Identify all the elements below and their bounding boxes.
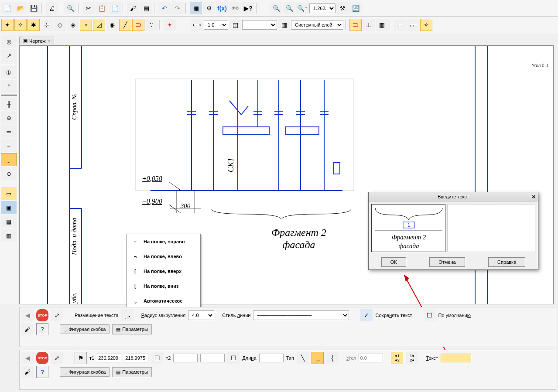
brush-button[interactable]: 🖌 xyxy=(127,2,139,14)
radius-select[interactable]: 4.0 xyxy=(188,310,214,320)
zoom-level-select[interactable]: 1.2623 xyxy=(309,3,335,13)
linetype-button-a[interactable]: ▤ xyxy=(229,19,241,31)
help-button[interactable]: Справка xyxy=(488,257,525,267)
snap-4-button[interactable]: ⊹ xyxy=(41,19,53,31)
properties-button[interactable]: ▤ xyxy=(140,2,152,14)
dim-button[interactable]: ⟷ xyxy=(191,19,203,31)
confirm-button-1[interactable]: ◀ xyxy=(21,309,34,321)
new-file-button[interactable]: 📄 xyxy=(1,2,14,14)
snap-11-button[interactable]: ∵ xyxy=(145,19,157,31)
linetype-select[interactable] xyxy=(242,20,277,30)
tool-lines[interactable]: ≡ xyxy=(1,139,17,152)
zoom-window-button[interactable]: 🔍 xyxy=(270,2,282,14)
grid-button[interactable]: ▦ xyxy=(376,19,388,31)
tool-layer2[interactable]: ▤ xyxy=(1,215,17,228)
undo-button[interactable]: ↶ xyxy=(158,2,171,14)
save-text-toggle[interactable]: ✓ xyxy=(360,309,373,321)
t1-y-input[interactable] xyxy=(124,354,148,362)
help-button-2[interactable]: ? xyxy=(36,366,48,378)
refresh-button[interactable]: 🔄 xyxy=(349,2,362,14)
snap-5-button[interactable]: ◇ xyxy=(54,19,66,31)
tab-params-2[interactable]: ▤Параметры xyxy=(112,367,152,377)
placement-option-left[interactable]: ¬На полке, влево xyxy=(127,249,200,264)
tab-params-1[interactable]: ▤Параметры xyxy=(112,324,152,334)
t2-x-input[interactable] xyxy=(173,354,198,362)
opt-2-button[interactable]: 1●2● xyxy=(406,352,418,364)
confirm-button-2[interactable]: ◀ xyxy=(21,352,34,364)
tool-circle[interactable]: ◎ xyxy=(1,35,17,48)
magnet2-button[interactable]: ⊃ xyxy=(349,19,362,31)
close-icon[interactable]: × xyxy=(48,38,50,44)
snap-10-button[interactable]: ╱ xyxy=(119,19,131,31)
tool-arrow[interactable]: ↗ xyxy=(1,49,17,62)
snap-7-button[interactable]: ▫ xyxy=(80,19,92,31)
placement-option-up[interactable]: ⌈На полке, вверх xyxy=(127,264,200,279)
snap-2-button[interactable]: ✧ xyxy=(14,19,27,31)
ok-button[interactable]: ОК xyxy=(381,257,406,267)
snap-1-button[interactable]: ✦ xyxy=(1,19,14,31)
cancel-button[interactable]: Отмена xyxy=(429,257,465,267)
function-button[interactable]: f(x) xyxy=(216,2,228,14)
type-brace-button[interactable]: ⏟ xyxy=(312,352,324,364)
angle-input[interactable] xyxy=(359,354,383,362)
cut-button[interactable]: ✂ xyxy=(82,2,95,14)
step-button[interactable]: ⌐⌐ xyxy=(407,19,419,31)
coord-button[interactable]: ⌐ xyxy=(394,19,406,31)
tool-a-button[interactable]: ⚒ xyxy=(336,2,349,14)
layer-select[interactable]: Системный слой ( xyxy=(291,20,343,30)
snap-6-button[interactable]: ◈ xyxy=(67,19,79,31)
type-bracket-button[interactable]: { xyxy=(326,352,339,364)
tool-brace[interactable]: ⏟ xyxy=(1,153,17,166)
numbered-button[interactable]: ①② xyxy=(229,2,241,14)
dialog-text-area[interactable] xyxy=(447,204,535,252)
snap-crosshair-button[interactable]: ✦ xyxy=(164,19,176,31)
t2-flag-button[interactable]: ☐ xyxy=(151,352,163,364)
snap-9-button[interactable]: ◉ xyxy=(106,19,118,31)
stop-button-1[interactable]: STOP xyxy=(36,309,48,321)
zoom-in-button[interactable]: 🔍⁺ xyxy=(296,2,308,14)
variables-button[interactable]: ⚙ xyxy=(203,2,215,14)
tool-layer1[interactable]: ▣ xyxy=(1,201,17,214)
tool-symbol[interactable]: ⊖ xyxy=(1,111,17,124)
open-file-button[interactable]: 📂 xyxy=(14,2,27,14)
perpendicular-button[interactable]: ⊥ xyxy=(363,19,375,31)
layer-button-a[interactable]: ▦ xyxy=(278,19,290,31)
help-button-1[interactable]: ? xyxy=(36,323,48,335)
redo-button[interactable]: ↷ xyxy=(171,2,184,14)
snap-3-button[interactable]: ✱ xyxy=(27,19,40,31)
tool-intersect[interactable]: ╫ xyxy=(1,97,17,110)
tab-brace-1[interactable]: ⏟Фигурная скобка xyxy=(60,324,110,334)
tool-num1[interactable]: ① xyxy=(1,66,17,79)
tool-dim-up[interactable]: ⇡ xyxy=(1,80,17,93)
opt-1-button[interactable]: ●1●2 xyxy=(391,352,403,364)
line-weight-select[interactable]: 1.0 xyxy=(204,20,228,30)
copy-button[interactable]: 📋 xyxy=(96,2,108,14)
preview-button[interactable]: 🔍 xyxy=(64,2,76,14)
help-cursor-button[interactable]: ▶? xyxy=(242,2,254,14)
tab-drawing[interactable]: ▣ Чертеж × xyxy=(19,37,54,44)
print-button[interactable]: 🖨 xyxy=(46,2,58,14)
line-style-select[interactable]: ──────────────── xyxy=(253,310,349,320)
magnet-button[interactable]: ⊃ xyxy=(132,19,144,31)
tool-layer3[interactable]: ▥ xyxy=(1,229,17,242)
tool-rect[interactable]: ▭ xyxy=(1,187,17,200)
placement-dropdown[interactable]: ⏟▾ xyxy=(121,309,134,321)
snap-8-button[interactable]: ◿ xyxy=(93,19,105,31)
zoom-fit-button[interactable]: 🔍 xyxy=(283,2,295,14)
close-icon[interactable]: ⊠ xyxy=(531,194,535,199)
placement-option-right[interactable]: ⌐На полке, вправо xyxy=(127,234,200,249)
placement-option-auto[interactable]: ⏟Автоматическое xyxy=(127,293,200,308)
library-button[interactable]: ▦ xyxy=(190,2,202,14)
flag-button[interactable]: ⚑ xyxy=(75,352,87,364)
t1-x-input[interactable] xyxy=(97,354,121,362)
default-toggle[interactable]: ☐ xyxy=(424,309,436,321)
fit-button-2[interactable]: ⤢ xyxy=(51,352,63,364)
paste-button[interactable]: 📄 xyxy=(109,2,121,14)
type-line-button[interactable]: ╲ xyxy=(297,352,309,364)
length-input[interactable] xyxy=(259,354,284,362)
t2-y-input[interactable] xyxy=(200,354,225,362)
text-input[interactable] xyxy=(441,354,471,362)
tool-search[interactable]: ⊙ xyxy=(1,167,17,180)
save-file-button[interactable]: 💾 xyxy=(27,2,40,14)
brush-button-1[interactable]: 🖌 xyxy=(21,323,34,335)
